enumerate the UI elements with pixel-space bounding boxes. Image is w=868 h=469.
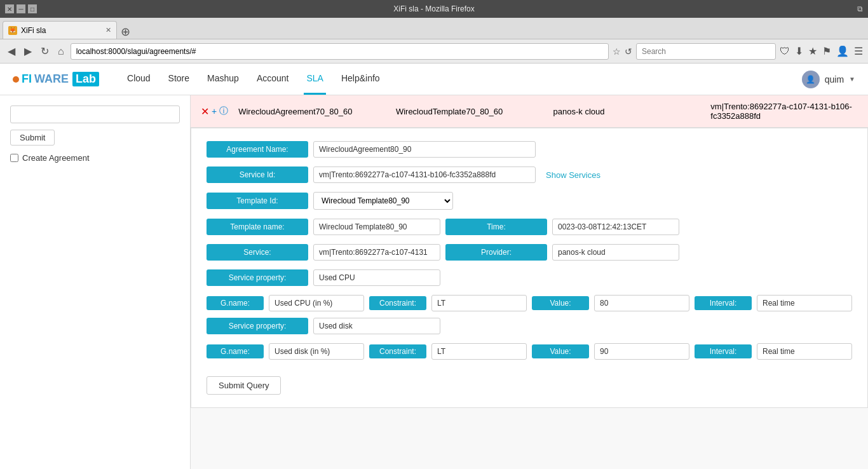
refresh-icon[interactable]: ↺ <box>625 46 632 57</box>
address-bar: ◀ ▶ ↻ ⌂ ☆ ↺ 🛡 ⬇ ★ ⚑ 👤 ☰ <box>0 39 868 64</box>
app-logo: FIWARE Lab <box>13 72 99 86</box>
bookmark-star-icon[interactable]: ★ <box>808 45 817 57</box>
window-title: XiFi sla - Mozilla Firefox <box>393 4 474 13</box>
nav-cloud[interactable]: Cloud <box>125 64 153 95</box>
flag-icon[interactable]: ⚑ <box>822 45 831 57</box>
service-provider-row: Service: Provider: <box>207 244 852 261</box>
agreement-name-input[interactable] <box>313 141 536 158</box>
agreement-name-row: Agreement Name: <box>207 141 852 158</box>
service-label: Service: <box>207 244 308 261</box>
home-btn[interactable]: ⌂ <box>55 44 67 58</box>
template-name-label: Template name: <box>207 219 308 235</box>
gname-1-label: G.name: <box>207 296 264 310</box>
window-min-btn[interactable]: ─ <box>17 4 25 13</box>
reload-btn[interactable]: ↻ <box>38 44 51 58</box>
submit-query-row: Submit Query <box>207 370 852 395</box>
gname-1-row: G.name: Constraint: Value: Interval: <box>207 295 852 311</box>
constraint-1-input[interactable] <box>431 295 527 311</box>
nav-mashup[interactable]: Mashup <box>205 64 241 95</box>
constraint-2-input[interactable] <box>431 343 527 360</box>
new-tab-btn[interactable]: ⊕ <box>117 25 134 39</box>
agreement-provider-cell: panos-k cloud <box>553 107 701 116</box>
template-id-select[interactable]: Wirecloud Template80_90 <box>313 192 453 210</box>
address-input[interactable] <box>71 43 609 60</box>
window-close-btn[interactable]: ✕ <box>5 4 14 13</box>
service-property-2-label: Service property: <box>207 318 308 334</box>
gname-2-input[interactable] <box>269 343 364 360</box>
constraint-2-label: Constraint: <box>369 344 426 358</box>
service-id-label: Service Id: <box>207 167 308 183</box>
service-id-input[interactable] <box>313 167 536 183</box>
gname-2-row: G.name: Constraint: Value: Interval: <box>207 343 852 360</box>
nav-menu: Cloud Store Mashup Account SLA Help&info <box>125 64 383 95</box>
interval-1-label: Interval: <box>695 296 752 310</box>
user-icon[interactable]: 👤 <box>836 45 849 57</box>
sidebar-create-agreement-row: Create Agreement <box>10 153 180 163</box>
menu-icon[interactable]: ☰ <box>854 45 863 57</box>
back-btn[interactable]: ◀ <box>5 44 18 58</box>
value-2-input[interactable] <box>594 343 689 360</box>
agreement-name-label: Agreement Name: <box>207 141 308 158</box>
template-name-input[interactable] <box>313 219 440 235</box>
row-action-icons: ✕ + ⓘ <box>201 105 228 118</box>
agreement-template-cell: WirecloudTemplate70_80_60 <box>396 107 543 116</box>
sidebar-search-input[interactable] <box>10 105 180 123</box>
browser-tab-xifi[interactable]: 🦊 XiFi sla ✕ <box>3 21 117 39</box>
header-user-area: 👤 quim ▼ <box>802 71 855 88</box>
value-2-label: Value: <box>532 344 589 358</box>
service-property-1-row: Service property: <box>207 269 852 286</box>
nav-sla[interactable]: SLA <box>304 64 325 95</box>
agreement-form: Agreement Name: Service Id: Show Service… <box>191 128 868 408</box>
show-services-link[interactable]: Show Services <box>546 170 600 180</box>
nav-account[interactable]: Account <box>254 64 292 95</box>
logo-dot <box>13 76 19 83</box>
tab-close-btn[interactable]: ✕ <box>105 26 111 34</box>
bookmark-icon[interactable]: ☆ <box>613 46 621 57</box>
agreement-name-cell: WirecloudAgreement70_80_60 <box>238 107 386 116</box>
service-input[interactable] <box>313 244 440 261</box>
value-1-label: Value: <box>532 296 589 310</box>
download-icon[interactable]: ⬇ <box>795 45 803 57</box>
time-label: Time: <box>445 219 547 235</box>
gname-1-input[interactable] <box>269 295 364 311</box>
nav-helpinfo[interactable]: Help&info <box>339 64 383 95</box>
nav-store[interactable]: Store <box>166 64 192 95</box>
interval-1-input[interactable] <box>757 295 852 311</box>
time-input[interactable] <box>552 219 679 235</box>
provider-label: Provider: <box>445 244 547 261</box>
gname-2-label: G.name: <box>207 344 264 358</box>
logo-fi: FI <box>22 72 32 86</box>
info-icon[interactable]: ⓘ <box>219 105 228 117</box>
create-agreement-checkbox[interactable] <box>10 154 18 162</box>
interval-2-label: Interval: <box>695 344 752 358</box>
provider-input[interactable] <box>552 244 679 261</box>
toolbar-icons: 🛡 ⬇ ★ ⚑ 👤 ☰ <box>780 45 863 57</box>
add-icon[interactable]: + <box>212 106 217 116</box>
sidebar-submit-btn[interactable]: Submit <box>10 130 55 146</box>
content-area: ✕ + ⓘ WirecloudAgreement70_80_60 Wireclo… <box>191 95 868 469</box>
constraint-1-label: Constraint: <box>369 296 426 310</box>
forward-btn[interactable]: ▶ <box>22 44 34 58</box>
tab-favicon: 🦊 <box>8 26 17 35</box>
value-1-input[interactable] <box>594 295 689 311</box>
submit-query-btn[interactable]: Submit Query <box>207 376 281 395</box>
create-agreement-label: Create Agreement <box>22 153 90 163</box>
agreement-service-cell: vm|Trento:8692277a-c107-4131-b106-fc3352… <box>710 102 858 121</box>
service-property-1-input[interactable] <box>313 269 440 286</box>
user-name: quim <box>825 74 844 85</box>
agreement-table-row: ✕ + ⓘ WirecloudAgreement70_80_60 Wireclo… <box>191 95 868 128</box>
interval-2-input[interactable] <box>757 343 852 360</box>
user-dropdown-arrow[interactable]: ▼ <box>849 76 855 83</box>
window-resize-icon: ⧉ <box>857 4 863 13</box>
shield-icon[interactable]: 🛡 <box>780 46 790 57</box>
template-name-time-row: Template name: Time: <box>207 219 852 235</box>
service-id-row: Service Id: Show Services <box>207 167 852 183</box>
app-header: FIWARE Lab Cloud Store Mashup Account SL… <box>0 64 868 95</box>
search-input[interactable] <box>636 43 776 60</box>
user-avatar: 👤 <box>802 71 820 88</box>
logo-ware: WARE <box>34 72 69 86</box>
delete-icon[interactable]: ✕ <box>201 105 209 118</box>
window-max-btn[interactable]: □ <box>28 4 37 13</box>
template-id-row: Template Id: Wirecloud Template80_90 <box>207 192 852 210</box>
service-property-2-input[interactable] <box>313 318 440 334</box>
